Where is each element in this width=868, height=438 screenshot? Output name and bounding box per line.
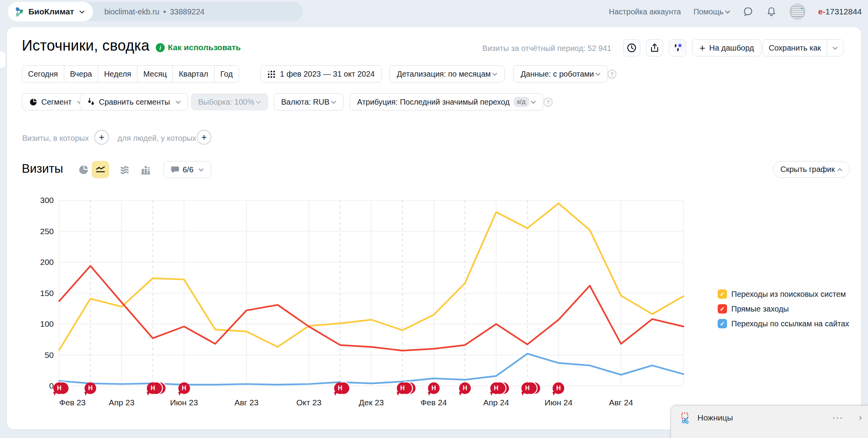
period-week[interactable]: Неделя	[98, 66, 137, 82]
chevron-down-icon	[79, 9, 85, 14]
period-year[interactable]: Год	[215, 66, 239, 82]
attribution-dropdown[interactable]: Атрибуция: Последний значимый переход к/…	[350, 93, 543, 110]
add-to-dashboard-button[interactable]: + На дашборд	[692, 39, 761, 56]
chart-type-area-button[interactable]	[116, 161, 133, 178]
x-axis-label: Апр 23	[109, 398, 134, 407]
y-axis-label: 300	[40, 196, 54, 205]
account-settings-link[interactable]: Настройка аккаунта	[609, 7, 681, 16]
column-chart-icon	[140, 164, 151, 175]
x-axis-label: Дек 23	[359, 398, 384, 407]
attribution-badge: к/д	[514, 97, 529, 107]
checkbox-checked-icon: ✓	[718, 304, 727, 314]
period-month[interactable]: Месяц	[137, 66, 173, 82]
segment-dropdown[interactable]: Сегмент	[22, 93, 90, 110]
chevron-down-icon	[256, 99, 261, 104]
clock-icon	[627, 43, 637, 53]
notifications-bell-icon[interactable]	[766, 6, 777, 17]
metrics-selector-dropdown[interactable]: 6/6	[164, 161, 211, 178]
hide-chart-button[interactable]: Скрыть график	[773, 161, 850, 178]
legend-item-direct[interactable]: ✓ Прямые заходы	[718, 301, 849, 316]
x-axis-label: Авг 23	[234, 398, 259, 407]
line-chart-icon	[95, 164, 106, 175]
add-people-condition-button[interactable]: +	[197, 130, 211, 145]
user-login[interactable]: e-17312844	[818, 7, 862, 16]
date-range-button[interactable]: 1 фев 2023 — 31 окт 2024	[260, 65, 382, 82]
chevron-down-icon	[492, 71, 497, 76]
snip-more-button[interactable]: ···	[833, 413, 843, 423]
history-button[interactable]	[623, 39, 640, 56]
sampling-dropdown[interactable]: Выборка: 100%	[191, 93, 268, 110]
save-as-dropdown[interactable]	[827, 39, 843, 56]
snipping-tool-window: Ножницы ··· ›	[671, 405, 868, 438]
period-segmented-control: Сегодня Вчера Неделя Месяц Квартал Год	[22, 65, 239, 82]
counter-name: БиоКлимат	[28, 7, 74, 16]
people-condition-label: для людей, у которых	[118, 134, 196, 143]
avatar[interactable]	[789, 4, 806, 20]
snip-window-title: Ножницы	[697, 413, 733, 422]
compare-drops-icon	[87, 98, 95, 106]
counter-id: 33889224	[170, 7, 204, 16]
checkbox-checked-icon: ✓	[718, 289, 727, 299]
x-axis-label: Июн 23	[170, 398, 198, 407]
chevron-down-icon	[531, 99, 536, 104]
help-data-icon[interactable]: ?	[607, 70, 616, 79]
period-yesterday[interactable]: Вчера	[64, 66, 98, 82]
y-axis-label: 50	[45, 350, 54, 359]
chevron-up-icon	[837, 168, 842, 173]
chevron-down-icon	[331, 99, 336, 104]
chevron-down-icon	[595, 71, 600, 76]
chart-section-title: Визиты	[22, 162, 63, 176]
plus-icon: +	[699, 42, 705, 54]
feedback-chat-icon[interactable]	[743, 6, 754, 17]
sidebar-collapsed-tab[interactable]	[0, 51, 5, 68]
dot-separator: •	[163, 7, 166, 16]
counter-domain-block: bioclimat-ekb.ru • 33889224	[104, 2, 204, 21]
scissors-icon	[680, 412, 692, 424]
chart-type-line-button[interactable]	[92, 161, 109, 178]
visits-condition-label: Визиты, в которых	[22, 134, 89, 143]
data-robots-dropdown[interactable]: Данные: с роботами	[513, 65, 608, 82]
chevron-down-icon	[725, 9, 730, 14]
save-as-button[interactable]: Сохранить как	[762, 39, 827, 56]
add-visit-condition-button[interactable]: +	[94, 130, 109, 145]
chevron-down-icon	[833, 45, 838, 50]
counter-switcher[interactable]: БиоКлимат	[8, 2, 93, 21]
snip-expand-button[interactable]: ›	[859, 413, 862, 423]
x-axis-label: Авг 24	[609, 398, 633, 407]
how-to-use-link[interactable]: i Как использовать	[156, 43, 241, 52]
export-button[interactable]	[646, 39, 663, 56]
stacked-area-icon	[119, 164, 130, 175]
help-attribution-icon[interactable]: ?	[544, 98, 553, 107]
detalization-dropdown[interactable]: Детализация: по месяцам	[389, 65, 505, 82]
legend-item-search[interactable]: ✓ Переходы из поисковых систем	[718, 287, 849, 301]
compare-segments-dropdown[interactable]: Сравнить сегменты	[80, 93, 188, 110]
chart-type-pie-button[interactable]	[75, 161, 92, 178]
x-axis-label: Апр 24	[483, 398, 509, 407]
ai-quotes-icon	[672, 42, 683, 53]
help-menu[interactable]: Помощь	[694, 7, 730, 16]
visits-period-stat: Визиты за отчётный период: 52 941	[448, 44, 611, 53]
top-bar-right: Настройка аккаунта Помощь e-17312844	[609, 0, 862, 23]
share-export-icon	[650, 43, 660, 53]
x-axis-label: Фев 23	[59, 398, 86, 407]
period-today[interactable]: Сегодня	[22, 66, 64, 82]
visits-chart[interactable]: 050100150200250300Фев 23Апр 23Июн 23Авг …	[35, 194, 697, 419]
legend-item-links[interactable]: ✓ Переходы по ссылкам на сайтах	[718, 316, 849, 331]
currency-dropdown[interactable]: Валюта: RUB	[274, 93, 343, 110]
x-axis-label: Июн 24	[545, 398, 573, 407]
chart-type-columns-button[interactable]	[137, 161, 154, 178]
checkbox-checked-icon: ✓	[718, 319, 727, 328]
segment-pie-icon	[29, 98, 37, 106]
y-axis-label: 200	[40, 258, 54, 266]
ai-assistant-button[interactable]	[669, 39, 686, 56]
y-axis-label: 250	[40, 227, 54, 236]
y-axis-label: 0	[49, 381, 54, 390]
calendar-grid-icon	[268, 70, 275, 78]
info-icon: i	[156, 43, 165, 52]
page-title: Источники, сводка	[22, 37, 150, 54]
y-axis-label: 150	[40, 289, 54, 298]
pie-chart-icon	[78, 165, 89, 175]
avatar-image	[791, 7, 804, 17]
period-quarter[interactable]: Квартал	[173, 66, 215, 82]
y-axis-label: 100	[40, 319, 54, 328]
